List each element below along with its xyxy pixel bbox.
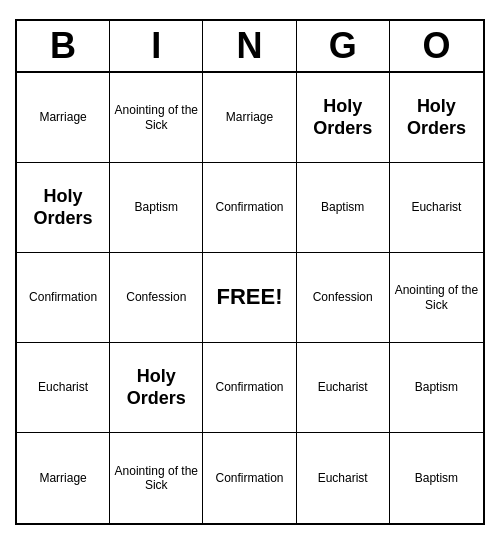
- bingo-cell: Holy Orders: [297, 73, 390, 163]
- bingo-cell: Baptism: [110, 163, 203, 253]
- bingo-cell: Eucharist: [390, 163, 483, 253]
- bingo-cell: Baptism: [297, 163, 390, 253]
- bingo-cell: Eucharist: [297, 343, 390, 433]
- bingo-cell: Marriage: [17, 73, 110, 163]
- bingo-cell: Confirmation: [203, 433, 296, 523]
- bingo-cell: Anointing of the Sick: [110, 73, 203, 163]
- bingo-grid: MarriageAnointing of the SickMarriageHol…: [17, 73, 483, 523]
- bingo-header: B I N G O: [17, 21, 483, 73]
- bingo-cell: Anointing of the Sick: [110, 433, 203, 523]
- bingo-cell: Holy Orders: [110, 343, 203, 433]
- bingo-cell: FREE!: [203, 253, 296, 343]
- header-n: N: [203, 21, 296, 71]
- bingo-cell: Marriage: [17, 433, 110, 523]
- bingo-cell: Marriage: [203, 73, 296, 163]
- bingo-cell: Confirmation: [203, 343, 296, 433]
- bingo-cell: Holy Orders: [17, 163, 110, 253]
- header-i: I: [110, 21, 203, 71]
- bingo-cell: Baptism: [390, 433, 483, 523]
- header-o: O: [390, 21, 483, 71]
- bingo-cell: Holy Orders: [390, 73, 483, 163]
- header-g: G: [297, 21, 390, 71]
- bingo-cell: Eucharist: [17, 343, 110, 433]
- bingo-card: B I N G O MarriageAnointing of the SickM…: [15, 19, 485, 525]
- bingo-cell: Confirmation: [17, 253, 110, 343]
- bingo-cell: Confession: [110, 253, 203, 343]
- bingo-cell: Confession: [297, 253, 390, 343]
- header-b: B: [17, 21, 110, 71]
- bingo-cell: Eucharist: [297, 433, 390, 523]
- bingo-cell: Anointing of the Sick: [390, 253, 483, 343]
- bingo-cell: Baptism: [390, 343, 483, 433]
- bingo-cell: Confirmation: [203, 163, 296, 253]
